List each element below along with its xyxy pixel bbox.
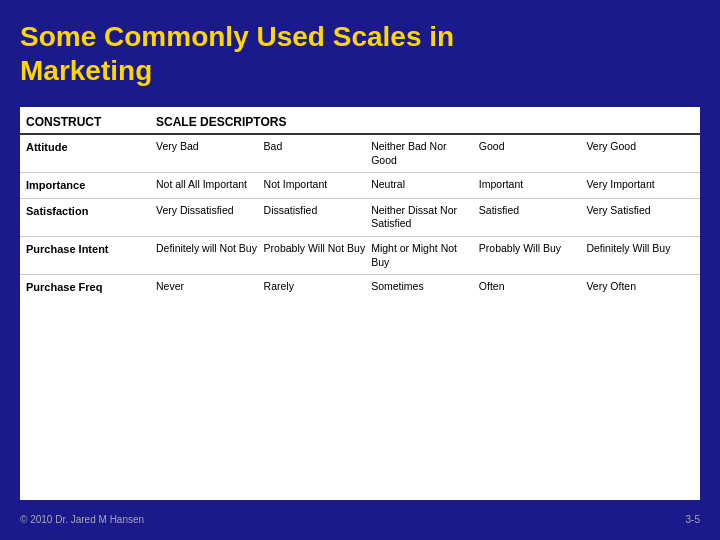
footer: © 2010 Dr. Jared M Hansen 3-5 [20, 514, 700, 525]
slide: Some Commonly Used Scales in Marketing C… [0, 0, 720, 540]
satisfaction-col2: Dissatisfied [264, 204, 372, 218]
purchase-freq-col4: Often [479, 280, 587, 294]
footer-copyright: © 2010 Dr. Jared M Hansen [20, 514, 144, 525]
attitude-col3: Neither Bad Nor Good [371, 140, 479, 167]
table-row: Purchase Freq Never Rarely Sometimes Oft… [20, 275, 700, 299]
importance-col3: Neutral [371, 178, 479, 192]
slide-title: Some Commonly Used Scales in Marketing [20, 20, 700, 87]
title-line2: Marketing [20, 55, 152, 86]
purchase-freq-col1: Never [156, 280, 264, 294]
table-row: Importance Not all All Important Not Imp… [20, 173, 700, 198]
satisfaction-col4: Satisfied [479, 204, 587, 218]
table-row: Purchase Intent Definitely will Not Buy … [20, 237, 700, 275]
construct-satisfaction: Satisfaction [26, 204, 156, 218]
attitude-col4: Good [479, 140, 587, 154]
table-row: Satisfaction Very Dissatisfied Dissatisf… [20, 199, 700, 237]
scale-header: SCALE DESCRIPTORS [156, 115, 694, 129]
construct-header: CONSTRUCT [26, 115, 156, 129]
construct-purchase-intent: Purchase Intent [26, 242, 156, 256]
attitude-col5: Very Good [586, 140, 694, 154]
satisfaction-col3: Neither Dissat Nor Satisfied [371, 204, 479, 231]
purchase-freq-col5: Very Often [586, 280, 694, 294]
table-header-row: CONSTRUCT SCALE DESCRIPTORS [20, 107, 700, 135]
purchase-intent-col5: Definitely Will Buy [586, 242, 694, 256]
attitude-col2: Bad [264, 140, 372, 154]
importance-col2: Not Important [264, 178, 372, 192]
purchase-intent-col2: Probably Will Not Buy [264, 242, 372, 256]
title-area: Some Commonly Used Scales in Marketing [20, 20, 700, 87]
table-row: Attitude Very Bad Bad Neither Bad Nor Go… [20, 135, 700, 173]
attitude-col1: Very Bad [156, 140, 264, 154]
satisfaction-col1: Very Dissatisfied [156, 204, 264, 218]
table-section: CONSTRUCT SCALE DESCRIPTORS Attitude Ver… [20, 107, 700, 500]
importance-col5: Very Important [586, 178, 694, 192]
purchase-freq-col2: Rarely [264, 280, 372, 294]
importance-col1: Not all All Important [156, 178, 264, 192]
purchase-freq-col3: Sometimes [371, 280, 479, 294]
purchase-intent-col4: Probably Will Buy [479, 242, 587, 256]
title-line1: Some Commonly Used Scales in [20, 21, 454, 52]
construct-importance: Importance [26, 178, 156, 192]
satisfaction-col5: Very Satisfied [586, 204, 694, 218]
footer-page-number: 3-5 [686, 514, 700, 525]
purchase-intent-col3: Might or Might Not Buy [371, 242, 479, 269]
construct-attitude: Attitude [26, 140, 156, 154]
importance-col4: Important [479, 178, 587, 192]
construct-purchase-freq: Purchase Freq [26, 280, 156, 294]
purchase-intent-col1: Definitely will Not Buy [156, 242, 264, 256]
